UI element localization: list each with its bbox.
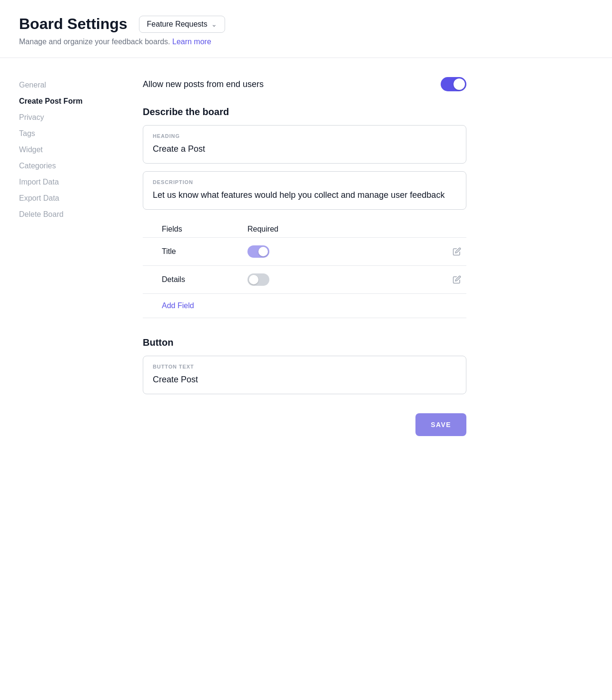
toggle-sm-knob — [249, 275, 258, 284]
table-row: Title — [143, 238, 466, 266]
details-edit-button[interactable] — [447, 275, 466, 284]
sidebar-item-create-post-form[interactable]: Create Post Form — [19, 93, 114, 109]
description-box[interactable]: DESCRIPTION Let us know what features wo… — [143, 171, 466, 210]
button-section: Button BUTTON TEXT Create Post — [143, 337, 466, 394]
title-edit-button[interactable] — [447, 247, 466, 256]
sidebar-item-export-data[interactable]: Export Data — [19, 190, 114, 206]
page-title: Board Settings — [19, 15, 128, 33]
sidebar-item-privacy[interactable]: Privacy — [19, 109, 114, 126]
save-button[interactable]: SAVE — [415, 413, 466, 436]
details-required-toggle-wrapper — [247, 273, 447, 286]
description-value: Let us know what features would help you… — [153, 189, 456, 202]
button-text-value: Create Post — [153, 373, 456, 386]
heading-label: HEADING — [153, 133, 456, 139]
sidebar-item-categories[interactable]: Categories — [19, 158, 114, 174]
sidebar-item-general[interactable]: General — [19, 77, 114, 93]
learn-more-link[interactable]: Learn more — [172, 38, 211, 46]
sidebar-item-import-data[interactable]: Import Data — [19, 174, 114, 190]
chevron-down-icon: ⌄ — [211, 20, 217, 28]
header-subtitle: Manage and organize your feedback boards… — [19, 38, 593, 46]
fields-col-name: Fields — [143, 225, 247, 233]
field-name-title: Title — [143, 247, 247, 256]
title-required-toggle-wrapper — [247, 245, 447, 258]
title-required-toggle[interactable] — [247, 245, 269, 258]
subtitle-text: Manage and organize your feedback boards… — [19, 38, 170, 46]
allow-posts-label: Allow new posts from end users — [143, 79, 264, 89]
description-label: DESCRIPTION — [153, 179, 456, 185]
sidebar-item-tags[interactable]: Tags — [19, 126, 114, 142]
describe-board-section: Describe the board HEADING Create a Post… — [143, 107, 466, 210]
add-field-button[interactable]: Add Field — [143, 294, 466, 318]
heading-value: Create a Post — [153, 143, 456, 156]
board-selector[interactable]: Feature Requests ⌄ — [139, 16, 225, 33]
fields-section: Fields Required Title — [143, 225, 466, 318]
button-text-box[interactable]: BUTTON TEXT Create Post — [143, 356, 466, 394]
main-layout: General Create Post Form Privacy Tags Wi… — [0, 58, 612, 455]
board-selector-label: Feature Requests — [147, 20, 207, 29]
sidebar-item-widget[interactable]: Widget — [19, 142, 114, 158]
save-btn-container: SAVE — [143, 413, 466, 436]
fields-col-required: Required — [247, 225, 466, 233]
heading-box[interactable]: HEADING Create a Post — [143, 125, 466, 164]
table-row: Details — [143, 266, 466, 294]
header-top: Board Settings Feature Requests ⌄ — [19, 15, 593, 33]
fields-header: Fields Required — [143, 225, 466, 238]
button-section-title: Button — [143, 337, 466, 348]
details-required-toggle[interactable] — [247, 273, 269, 286]
page-header: Board Settings Feature Requests ⌄ Manage… — [0, 0, 612, 58]
sidebar-item-delete-board[interactable]: Delete Board — [19, 206, 114, 223]
field-name-details: Details — [143, 275, 247, 284]
allow-posts-row: Allow new posts from end users — [143, 77, 466, 91]
content-area: Allow new posts from end users Describe … — [143, 77, 466, 436]
sidebar: General Create Post Form Privacy Tags Wi… — [19, 77, 114, 436]
button-text-label: BUTTON TEXT — [153, 364, 456, 369]
describe-board-title: Describe the board — [143, 107, 466, 117]
allow-posts-toggle[interactable] — [441, 77, 466, 91]
toggle-sm-knob — [258, 247, 268, 256]
toggle-knob — [454, 78, 465, 90]
